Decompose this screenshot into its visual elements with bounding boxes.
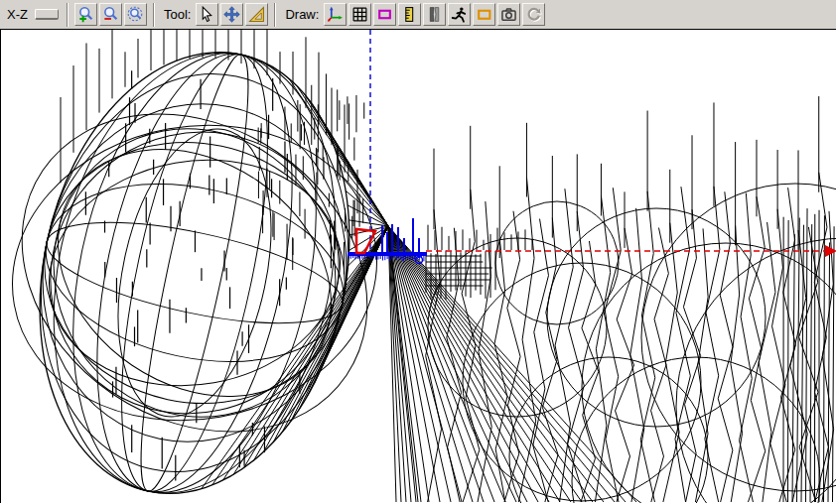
- refresh-icon: [525, 6, 542, 23]
- pointer-icon: [199, 6, 215, 23]
- select-pointer-button[interactable]: [196, 3, 218, 26]
- converging-fan: [202, 78, 388, 489]
- zoom-selection-icon: [127, 6, 144, 23]
- axes-button[interactable]: [324, 3, 347, 26]
- mesh-spikes: [61, 30, 364, 481]
- zoom-in-button[interactable]: [74, 3, 97, 26]
- toolbar: X-Z Tool:: [0, 0, 836, 30]
- toolbar-separator: [153, 3, 155, 27]
- magenta-rectangle-icon: [376, 6, 393, 23]
- zoom-selection-button[interactable]: [124, 3, 147, 26]
- frame-rectangle-button[interactable]: [473, 3, 495, 26]
- set-square-icon: [248, 6, 265, 23]
- wireframe-scene: [1, 30, 836, 503]
- grid-icon: [351, 6, 368, 23]
- toolbar-separator: [67, 3, 69, 27]
- ruler-icon: [401, 6, 418, 23]
- running-man-icon: [451, 6, 468, 23]
- toolbar-separator: [274, 3, 276, 27]
- grid-button[interactable]: [348, 3, 371, 26]
- slice-plane-icon: [426, 6, 443, 23]
- zoom-out-button[interactable]: [99, 3, 122, 26]
- zoom-out-icon: [102, 6, 119, 23]
- application-window: X-Z Tool:: [0, 0, 836, 504]
- refresh-button[interactable]: [522, 3, 545, 26]
- splitter-handle[interactable]: [35, 9, 59, 20]
- draw-group-label: Draw:: [285, 7, 319, 22]
- boundary-rectangle-button[interactable]: [373, 3, 396, 26]
- camera-icon: [500, 6, 517, 23]
- x-axis-guide: [426, 245, 836, 257]
- move-arrows-icon: [223, 6, 240, 23]
- pan-button[interactable]: [220, 3, 243, 26]
- slice-plane-button[interactable]: [423, 3, 446, 26]
- viewport-canvas[interactable]: [0, 30, 836, 503]
- snapshot-camera-button[interactable]: [497, 3, 520, 26]
- orange-rectangle-icon: [476, 6, 492, 23]
- funnel-mesh-right: [426, 96, 836, 503]
- ruler-button[interactable]: [398, 3, 421, 26]
- tool-group-label: Tool:: [164, 7, 191, 22]
- run-animation-button[interactable]: [448, 3, 471, 26]
- axes-tripod-icon: [327, 6, 344, 23]
- view-plane-label: X-Z: [7, 7, 28, 22]
- measure-triangle-button[interactable]: [245, 3, 268, 26]
- zoom-in-icon: [77, 6, 94, 23]
